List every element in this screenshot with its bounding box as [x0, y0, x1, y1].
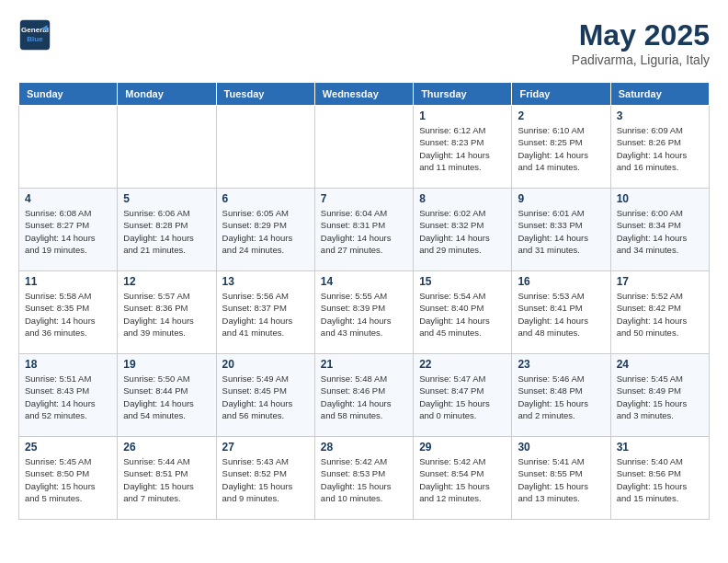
day-number: 22	[419, 358, 506, 371]
day-number: 31	[617, 441, 703, 454]
day-number: 18	[25, 358, 111, 371]
day-info: Sunrise: 5:40 AM Sunset: 8:56 PM Dayligh…	[617, 455, 703, 504]
day-cell: 6Sunrise: 6:05 AM Sunset: 8:29 PM Daylig…	[216, 189, 314, 271]
day-info: Sunrise: 6:00 AM Sunset: 8:34 PM Dayligh…	[617, 207, 703, 256]
day-info: Sunrise: 6:05 AM Sunset: 8:29 PM Dayligh…	[222, 207, 309, 256]
day-cell	[118, 106, 216, 189]
day-cell: 12Sunrise: 5:57 AM Sunset: 8:36 PM Dayli…	[118, 271, 216, 354]
day-cell: 27Sunrise: 5:43 AM Sunset: 8:52 PM Dayli…	[216, 437, 314, 520]
day-info: Sunrise: 5:58 AM Sunset: 8:35 PM Dayligh…	[25, 290, 111, 339]
day-cell: 7Sunrise: 6:04 AM Sunset: 8:31 PM Daylig…	[314, 189, 413, 271]
day-info: Sunrise: 5:49 AM Sunset: 8:45 PM Dayligh…	[222, 373, 309, 421]
day-cell	[314, 106, 413, 189]
day-info: Sunrise: 5:47 AM Sunset: 8:47 PM Dayligh…	[419, 373, 506, 421]
day-cell: 3Sunrise: 6:09 AM Sunset: 8:26 PM Daylig…	[610, 106, 709, 189]
day-info: Sunrise: 5:48 AM Sunset: 8:46 PM Dayligh…	[321, 373, 407, 421]
location: Padivarma, Liguria, Italy	[572, 52, 710, 67]
day-info: Sunrise: 5:44 AM Sunset: 8:51 PM Dayligh…	[123, 455, 210, 504]
day-number: 30	[518, 441, 604, 454]
day-cell	[19, 106, 118, 189]
day-info: Sunrise: 5:45 AM Sunset: 8:50 PM Dayligh…	[25, 455, 111, 504]
day-cell: 15Sunrise: 5:54 AM Sunset: 8:40 PM Dayli…	[414, 271, 512, 354]
day-number: 8	[419, 192, 506, 205]
day-number: 25	[25, 441, 111, 454]
day-info: Sunrise: 6:02 AM Sunset: 8:32 PM Dayligh…	[419, 207, 506, 256]
day-number: 6	[222, 192, 309, 205]
calendar-header: SundayMondayTuesdayWednesdayThursdayFrid…	[19, 83, 710, 106]
day-number: 23	[518, 358, 604, 371]
day-number: 3	[617, 109, 703, 122]
day-number: 17	[617, 275, 703, 288]
day-info: Sunrise: 6:12 AM Sunset: 8:23 PM Dayligh…	[419, 124, 506, 173]
day-cell: 20Sunrise: 5:49 AM Sunset: 8:45 PM Dayli…	[216, 354, 314, 437]
day-number: 2	[518, 109, 604, 122]
day-cell: 28Sunrise: 5:42 AM Sunset: 8:53 PM Dayli…	[314, 437, 413, 520]
day-info: Sunrise: 5:45 AM Sunset: 8:49 PM Dayligh…	[617, 373, 703, 421]
day-number: 15	[419, 275, 506, 288]
day-number: 29	[419, 441, 506, 454]
day-info: Sunrise: 5:56 AM Sunset: 8:37 PM Dayligh…	[222, 290, 309, 339]
day-cell: 31Sunrise: 5:40 AM Sunset: 8:56 PM Dayli…	[610, 437, 709, 520]
day-number: 14	[321, 275, 407, 288]
day-info: Sunrise: 5:50 AM Sunset: 8:44 PM Dayligh…	[123, 373, 210, 421]
day-cell	[216, 106, 314, 189]
day-number: 10	[617, 192, 703, 205]
day-cell: 5Sunrise: 6:06 AM Sunset: 8:28 PM Daylig…	[118, 189, 216, 271]
day-cell: 23Sunrise: 5:46 AM Sunset: 8:48 PM Dayli…	[512, 354, 610, 437]
day-cell: 22Sunrise: 5:47 AM Sunset: 8:47 PM Dayli…	[414, 354, 512, 437]
day-number: 13	[222, 275, 309, 288]
week-row-5: 25Sunrise: 5:45 AM Sunset: 8:50 PM Dayli…	[19, 437, 710, 520]
day-info: Sunrise: 6:10 AM Sunset: 8:25 PM Dayligh…	[518, 124, 604, 173]
day-number: 26	[123, 441, 210, 454]
week-row-4: 18Sunrise: 5:51 AM Sunset: 8:43 PM Dayli…	[19, 354, 710, 437]
svg-text:Blue: Blue	[27, 35, 43, 43]
day-info: Sunrise: 6:04 AM Sunset: 8:31 PM Dayligh…	[321, 207, 407, 256]
day-cell: 24Sunrise: 5:45 AM Sunset: 8:49 PM Dayli…	[610, 354, 709, 437]
day-number: 21	[321, 358, 407, 371]
day-cell: 19Sunrise: 5:50 AM Sunset: 8:44 PM Dayli…	[118, 354, 216, 437]
day-cell: 30Sunrise: 5:41 AM Sunset: 8:55 PM Dayli…	[512, 437, 610, 520]
day-cell: 13Sunrise: 5:56 AM Sunset: 8:37 PM Dayli…	[216, 271, 314, 354]
day-cell: 2Sunrise: 6:10 AM Sunset: 8:25 PM Daylig…	[512, 106, 610, 189]
logo-icon: General Blue	[18, 18, 51, 52]
day-number: 19	[123, 358, 210, 371]
day-cell: 16Sunrise: 5:53 AM Sunset: 8:41 PM Dayli…	[512, 271, 610, 354]
day-info: Sunrise: 5:46 AM Sunset: 8:48 PM Dayligh…	[518, 373, 604, 421]
day-number: 20	[222, 358, 309, 371]
day-info: Sunrise: 5:57 AM Sunset: 8:36 PM Dayligh…	[123, 290, 210, 339]
day-cell: 17Sunrise: 5:52 AM Sunset: 8:42 PM Dayli…	[610, 271, 709, 354]
column-header-wednesday: Wednesday	[314, 83, 413, 106]
day-number: 27	[222, 441, 309, 454]
day-info: Sunrise: 5:42 AM Sunset: 8:53 PM Dayligh…	[321, 455, 407, 504]
day-cell: 29Sunrise: 5:42 AM Sunset: 8:54 PM Dayli…	[414, 437, 512, 520]
title-area: May 2025 Padivarma, Liguria, Italy	[572, 18, 710, 67]
page-header: General Blue May 2025 Padivarma, Liguria…	[18, 18, 710, 67]
day-cell: 21Sunrise: 5:48 AM Sunset: 8:46 PM Dayli…	[314, 354, 413, 437]
day-cell: 14Sunrise: 5:55 AM Sunset: 8:39 PM Dayli…	[314, 271, 413, 354]
day-info: Sunrise: 5:51 AM Sunset: 8:43 PM Dayligh…	[25, 373, 111, 421]
day-info: Sunrise: 5:55 AM Sunset: 8:39 PM Dayligh…	[321, 290, 407, 339]
column-header-monday: Monday	[118, 83, 216, 106]
day-cell: 11Sunrise: 5:58 AM Sunset: 8:35 PM Dayli…	[19, 271, 118, 354]
day-info: Sunrise: 5:53 AM Sunset: 8:41 PM Dayligh…	[518, 290, 604, 339]
day-cell: 25Sunrise: 5:45 AM Sunset: 8:50 PM Dayli…	[19, 437, 118, 520]
column-header-tuesday: Tuesday	[216, 83, 314, 106]
logo: General Blue	[18, 18, 51, 52]
day-number: 4	[25, 192, 111, 205]
day-cell: 9Sunrise: 6:01 AM Sunset: 8:33 PM Daylig…	[512, 189, 610, 271]
day-number: 24	[617, 358, 703, 371]
day-number: 12	[123, 275, 210, 288]
day-cell: 8Sunrise: 6:02 AM Sunset: 8:32 PM Daylig…	[414, 189, 512, 271]
day-cell: 18Sunrise: 5:51 AM Sunset: 8:43 PM Dayli…	[19, 354, 118, 437]
day-info: Sunrise: 5:42 AM Sunset: 8:54 PM Dayligh…	[419, 455, 506, 504]
day-cell: 4Sunrise: 6:08 AM Sunset: 8:27 PM Daylig…	[19, 189, 118, 271]
day-number: 9	[518, 192, 604, 205]
column-header-saturday: Saturday	[610, 83, 709, 106]
day-info: Sunrise: 6:08 AM Sunset: 8:27 PM Dayligh…	[25, 207, 111, 256]
column-header-sunday: Sunday	[19, 83, 118, 106]
column-header-thursday: Thursday	[414, 83, 512, 106]
calendar: SundayMondayTuesdayWednesdayThursdayFrid…	[18, 82, 710, 520]
column-header-friday: Friday	[512, 83, 610, 106]
day-info: Sunrise: 6:06 AM Sunset: 8:28 PM Dayligh…	[123, 207, 210, 256]
day-info: Sunrise: 6:01 AM Sunset: 8:33 PM Dayligh…	[518, 207, 604, 256]
